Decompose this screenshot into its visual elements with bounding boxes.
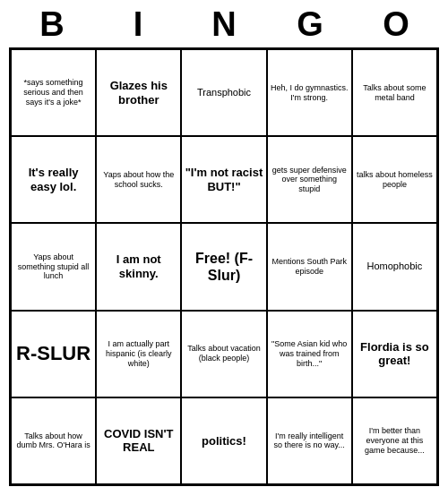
bingo-cell-16[interactable]: I am actually part hispanic (is clearly … [96, 311, 181, 397]
bingo-cell-9[interactable]: talks about homeless people [352, 136, 437, 223]
bingo-cell-17[interactable]: Talks about vacation (black people) [181, 311, 266, 397]
bingo-cell-10[interactable]: Yaps about something stupid all lunch [11, 223, 96, 310]
bingo-cell-23[interactable]: I'm really intelligent so there is no wa… [267, 397, 352, 484]
title-b: B [30, 5, 73, 44]
bingo-cell-20[interactable]: Talks about how dumb Mrs. O'Hara is [11, 397, 96, 484]
bingo-cell-1[interactable]: Glazes his brother [96, 49, 181, 136]
bingo-cell-19[interactable]: Flordia is so great! [352, 311, 437, 397]
bingo-cell-12[interactable]: Free! (F-Slur) [181, 223, 266, 310]
bingo-cell-4[interactable]: Talks about some metal band [352, 49, 437, 136]
bingo-cell-8[interactable]: gets super defensive over something stup… [267, 136, 352, 223]
bingo-cell-14[interactable]: Homophobic [352, 223, 437, 310]
bingo-cell-2[interactable]: Transphobic [181, 49, 266, 136]
bingo-cell-0[interactable]: *says something serious and then says it… [11, 49, 96, 136]
bingo-cell-13[interactable]: Mentions South Park episode [267, 223, 352, 310]
bingo-cell-21[interactable]: COVID ISN'T REAL [96, 397, 181, 484]
bingo-cell-7[interactable]: "I'm not racist BUT!" [181, 136, 266, 223]
title-g: G [289, 5, 332, 44]
bingo-title: B I N G O [9, 0, 439, 47]
title-n: N [202, 5, 246, 44]
bingo-cell-6[interactable]: Yaps about how the school sucks. [96, 136, 181, 223]
bingo-cell-24[interactable]: I'm better than everyone at this game be… [352, 397, 437, 484]
title-o: O [375, 5, 418, 44]
bingo-cell-5[interactable]: It's really easy lol. [11, 136, 96, 223]
title-i: I [116, 5, 159, 44]
bingo-cell-15[interactable]: R-SLUR [11, 311, 96, 397]
bingo-grid: *says something serious and then says it… [9, 47, 439, 486]
bingo-cell-3[interactable]: Heh, I do gymnastics. I'm strong. [267, 49, 352, 136]
bingo-cell-11[interactable]: I am not skinny. [96, 223, 181, 310]
bingo-cell-22[interactable]: politics! [181, 397, 266, 484]
bingo-cell-18[interactable]: "Some Asian kid who was trained from bir… [267, 311, 352, 397]
